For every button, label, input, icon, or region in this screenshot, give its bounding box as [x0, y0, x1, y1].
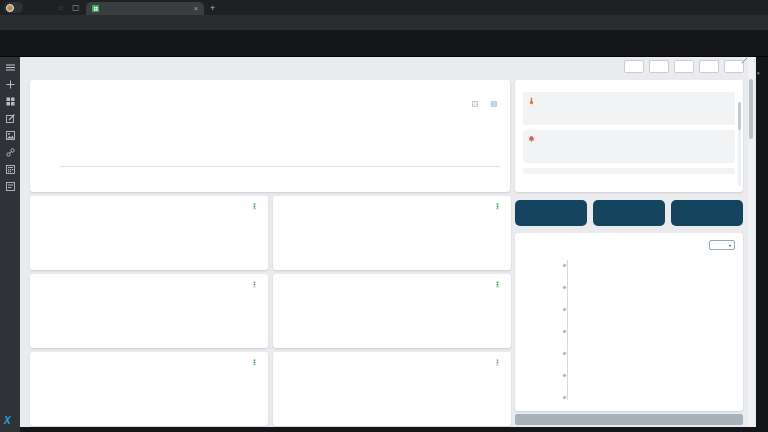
menu-icon[interactable]	[5, 62, 15, 72]
memory-timeline-card: ▾	[515, 233, 743, 411]
memory-row[interactable]	[523, 276, 735, 298]
edit-page-icon[interactable]	[741, 57, 748, 64]
browser-address-bar: ← ⟳ ⌂ ☆ …	[0, 15, 768, 30]
running-person-icon	[252, 203, 257, 210]
crusher-maint-agent-button[interactable]	[515, 200, 587, 226]
crusher-card	[273, 352, 511, 426]
link-icon[interactable]	[5, 147, 15, 157]
add-icon[interactable]	[5, 79, 15, 89]
chart-legend	[472, 101, 500, 107]
agent-buttons	[515, 200, 743, 226]
sparkline	[389, 384, 501, 400]
running-person-icon	[252, 281, 257, 288]
vibration-icon	[528, 135, 535, 143]
legend-planned-maintenance[interactable]	[472, 101, 481, 107]
browser-tab[interactable]: ×	[86, 2, 204, 15]
temperature-icon	[528, 97, 535, 105]
crusher-card	[273, 196, 511, 270]
status-badge	[252, 281, 259, 288]
memory-row[interactable]	[523, 298, 735, 320]
crusher-card	[30, 196, 268, 270]
running-person-icon	[495, 281, 500, 288]
memory-row[interactable]	[523, 342, 735, 364]
last-updated-bar	[515, 414, 743, 425]
legend-predicted-eol[interactable]	[491, 101, 500, 107]
memory-row[interactable]	[523, 320, 735, 342]
apps-icon[interactable]	[5, 96, 15, 106]
timeline-dot	[562, 285, 567, 290]
team-admin-button[interactable]	[699, 60, 719, 73]
recommendation-item-partial[interactable]	[523, 168, 735, 174]
timeline-dot	[562, 395, 567, 400]
crusher-card	[30, 274, 268, 348]
main-content: ×	[20, 57, 756, 427]
team-wizard-button[interactable]	[674, 60, 694, 73]
browser-tab-strip: ◌ ▢ × +	[0, 0, 768, 15]
tab-close-icon[interactable]: ×	[194, 2, 198, 15]
status-badge	[495, 359, 502, 366]
new-tab-button[interactable]: +	[210, 2, 215, 14]
recommendation-item[interactable]	[523, 92, 735, 125]
timeline-dot	[562, 351, 567, 356]
crusher-perf-agent-button[interactable]	[593, 200, 665, 226]
screen: ◌ ▢ × + ← ⟳ ⌂ ☆	[0, 0, 768, 432]
crusher-wear-agent-button[interactable]	[671, 200, 743, 226]
tab-actions-icon[interactable]: ▢	[72, 2, 80, 13]
app-sidebar: X	[0, 57, 20, 432]
memory-row[interactable]	[523, 386, 735, 408]
page-toolbar	[624, 60, 744, 73]
blue-swatch-icon	[491, 101, 497, 107]
designer-edit-icon[interactable]	[5, 113, 15, 123]
running-person-icon	[495, 203, 500, 210]
timeline-dot	[562, 307, 567, 312]
view-monitoring-button[interactable]	[624, 60, 644, 73]
app-designer-favicon	[92, 5, 99, 12]
timeline-dot	[562, 373, 567, 378]
timeline-dot	[562, 263, 567, 268]
running-person-icon	[252, 359, 257, 366]
profile-admin-button[interactable]	[649, 60, 669, 73]
image-icon[interactable]	[5, 130, 15, 140]
sparkline	[146, 306, 258, 322]
gantt-plot-area	[60, 113, 500, 167]
gantt-x-axis	[60, 170, 500, 178]
xmpro-x-logo: X	[4, 415, 11, 426]
chevron-down-icon: ▾	[729, 243, 731, 248]
memory-rows	[523, 254, 735, 408]
sparkline	[389, 306, 501, 322]
sparkline	[146, 228, 258, 244]
status-badge	[495, 203, 502, 210]
status-badge	[252, 359, 259, 366]
sparkline	[389, 228, 501, 244]
main-scrollbar-thumb[interactable]	[749, 79, 753, 139]
hatch-swatch-icon	[472, 101, 478, 107]
app-header: ? ▾	[0, 30, 768, 57]
panels-icon[interactable]	[5, 181, 15, 191]
workspaces-icon[interactable]: ◌	[58, 2, 63, 13]
status-badge	[252, 203, 259, 210]
status-badge	[495, 281, 502, 288]
user-menu-caret-icon[interactable]: ▾	[757, 70, 760, 76]
maintenance-chart-card	[30, 80, 510, 192]
memory-row[interactable]	[523, 364, 735, 386]
recommendations-card	[515, 80, 743, 192]
timeline-dot	[562, 329, 567, 334]
profile-avatar-icon	[6, 4, 14, 12]
calculator-icon[interactable]	[5, 164, 15, 174]
sparkline	[146, 384, 258, 400]
recommendation-item[interactable]	[523, 130, 735, 163]
crusher-card	[30, 352, 268, 426]
running-person-icon	[495, 359, 500, 366]
memory-row[interactable]	[523, 254, 735, 276]
gantt-row-labels	[34, 113, 56, 167]
records-select[interactable]: ▾	[709, 240, 735, 250]
recommendations-scrollbar-thumb[interactable]	[738, 102, 741, 130]
crusher-card	[273, 274, 511, 348]
browser-profile-button[interactable]	[4, 2, 23, 13]
